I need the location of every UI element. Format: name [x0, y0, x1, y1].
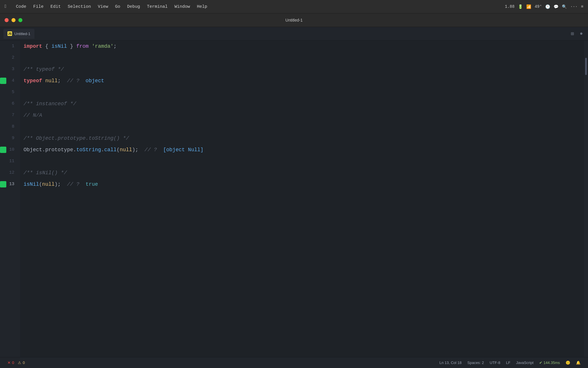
split-editor-button[interactable]: ⊞	[569, 30, 576, 37]
code-line-13[interactable]: isNil(null); // ? true	[22, 179, 584, 190]
eol-text: LF	[506, 361, 510, 365]
tab-actions: ⊞ ●	[569, 30, 585, 37]
window-title: Untitled-1	[285, 18, 303, 22]
menu-item-code[interactable]: Code	[13, 3, 30, 10]
breakpoint-indicator[interactable]	[0, 147, 6, 153]
more-icon[interactable]: ···	[570, 4, 577, 9]
eol[interactable]: LF	[503, 357, 513, 368]
code-line-5[interactable]	[22, 87, 584, 98]
tab-untitled-1[interactable]: JS Untitled-1	[3, 29, 34, 39]
menu-item-window[interactable]: Window	[171, 3, 194, 10]
code-line-2[interactable]	[22, 52, 584, 64]
line-number-2: 2	[0, 52, 20, 64]
warning-icon: ⚠	[18, 361, 21, 365]
encoding-text: UTF-8	[490, 361, 500, 365]
title-bar: Untitled-1	[0, 14, 588, 27]
line-number-7: 7	[0, 110, 20, 121]
traffic-lights	[5, 18, 22, 22]
unsaved-indicator: ●	[578, 30, 585, 37]
bell-icon: 🔔	[576, 361, 581, 365]
code-line-8[interactable]	[22, 121, 584, 133]
menu-item-terminal[interactable]: Terminal	[144, 3, 171, 10]
menu-item-file[interactable]: File	[30, 3, 47, 10]
code-line-7[interactable]: // N/A	[22, 110, 584, 121]
menu-bar-right: 1.88 🔋 📶 49° 🕐 💬 🔍 ··· ≡	[505, 4, 583, 9]
menu-item-view[interactable]: View	[94, 3, 112, 10]
code-line-12[interactable]: /** isNil() */	[22, 167, 584, 179]
menu-item-help[interactable]: Help	[194, 3, 211, 10]
error-number: 0	[12, 361, 14, 365]
battery-value: 1.88	[505, 4, 515, 9]
menu-item-go[interactable]: Go	[112, 3, 124, 10]
menu-item-debug[interactable]: Debug	[124, 3, 144, 10]
time-icon: 🕐	[545, 4, 550, 9]
status-bar: ✕ 0 ⚠ 0 Ln 13, Col 18 Spaces: 2 UTF-8 LF…	[0, 357, 588, 368]
code-line-11[interactable]	[22, 156, 584, 167]
line-number-12: 12	[0, 167, 20, 179]
code-line-4[interactable]: typeof null; // ? object	[22, 75, 584, 87]
warning-number: 0	[23, 361, 25, 365]
wifi-icon: 📶	[526, 4, 531, 9]
emoji-feedback[interactable]: 🙂	[563, 357, 573, 368]
js-icon: JS	[7, 31, 12, 36]
tab-name: Untitled-1	[14, 32, 30, 36]
line-number-8: 8	[0, 121, 20, 133]
notification-bell[interactable]: 🔔	[573, 357, 583, 368]
line-numbers-gutter: 12345678910111213	[0, 41, 20, 357]
line-number-6: 6	[0, 98, 20, 110]
minimize-button[interactable]	[11, 18, 16, 22]
close-button[interactable]	[5, 18, 9, 22]
position-text: Ln 13, Col 18	[439, 361, 461, 365]
finder-icon: 🔍	[562, 4, 567, 9]
maximize-button[interactable]	[18, 18, 22, 22]
line-number-1: 1	[0, 41, 20, 52]
language-mode[interactable]: JavaScript	[513, 357, 537, 368]
spaces-text: Spaces: 2	[467, 361, 484, 365]
menu-item-edit[interactable]: Edit	[47, 3, 64, 10]
menu-bar:  Code File Edit Selection View Go Debug…	[0, 0, 588, 14]
line-number-13: 13	[0, 179, 20, 190]
line-number-10: 10	[0, 144, 20, 156]
wechat-icon: 💬	[554, 4, 558, 9]
line-number-5: 5	[0, 87, 20, 98]
cursor-position[interactable]: Ln 13, Col 18	[436, 357, 464, 368]
smiley-icon: 🙂	[566, 361, 570, 365]
list-icon: ≡	[581, 4, 583, 9]
timing-text: ✔ 144.35ms	[539, 361, 560, 365]
temperature: 49°	[535, 4, 542, 9]
editor-area: 12345678910111213 import { isNil } from …	[0, 41, 588, 357]
breakpoint-indicator[interactable]	[0, 181, 6, 187]
apple-logo-icon[interactable]: 	[5, 4, 7, 9]
spaces-setting[interactable]: Spaces: 2	[465, 357, 487, 368]
code-line-3[interactable]: /** typeof */	[22, 64, 584, 75]
scrollbar-thumb[interactable]	[585, 58, 587, 75]
error-icon: ✕	[7, 361, 11, 365]
menu-item-selection[interactable]: Selection	[64, 3, 94, 10]
line-number-11: 11	[0, 156, 20, 167]
line-number-3: 3	[0, 64, 20, 75]
language-text: JavaScript	[516, 361, 534, 365]
code-line-10[interactable]: Object.prototype.toString.call(null); //…	[22, 144, 584, 156]
code-line-9[interactable]: /** Object.prototype.toString() */	[22, 133, 584, 144]
code-line-6[interactable]: /** instanceof */	[22, 98, 584, 110]
error-count[interactable]: ✕ 0 ⚠ 0	[5, 357, 28, 368]
code-line-1[interactable]: import { isNil } from 'ramda';	[22, 41, 584, 52]
code-editor[interactable]: import { isNil } from 'ramda';/** typeof…	[20, 41, 584, 357]
timing[interactable]: ✔ 144.35ms	[536, 357, 563, 368]
battery-icon: 🔋	[518, 4, 523, 9]
vertical-scrollbar[interactable]	[584, 41, 588, 357]
line-number-9: 9	[0, 133, 20, 144]
breakpoint-indicator[interactable]	[0, 78, 6, 84]
tab-bar: JS Untitled-1 ⊞ ●	[0, 27, 588, 41]
encoding[interactable]: UTF-8	[487, 357, 503, 368]
line-number-4: 4	[0, 75, 20, 87]
